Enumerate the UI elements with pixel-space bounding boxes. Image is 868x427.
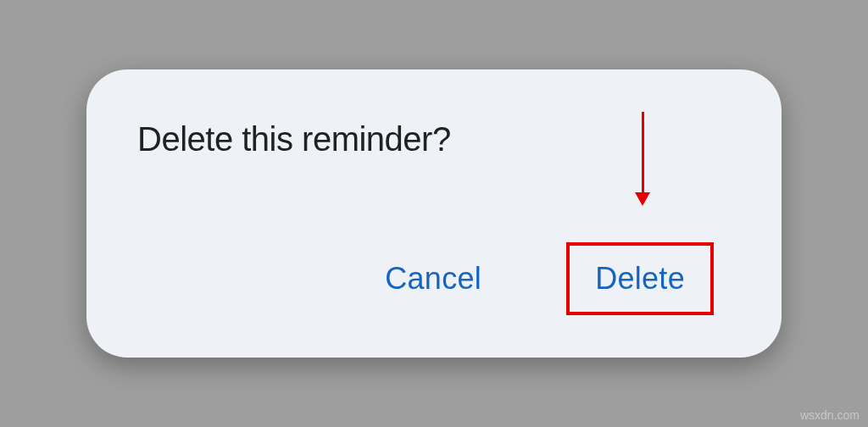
dialog-actions: Cancel Delete: [137, 242, 731, 315]
confirmation-dialog: Delete this reminder? Cancel Delete: [86, 69, 782, 358]
delete-button[interactable]: Delete: [566, 242, 714, 315]
watermark-text: wsxdn.com: [800, 408, 860, 422]
cancel-button[interactable]: Cancel: [359, 246, 507, 312]
dialog-title: Delete this reminder?: [137, 120, 731, 158]
